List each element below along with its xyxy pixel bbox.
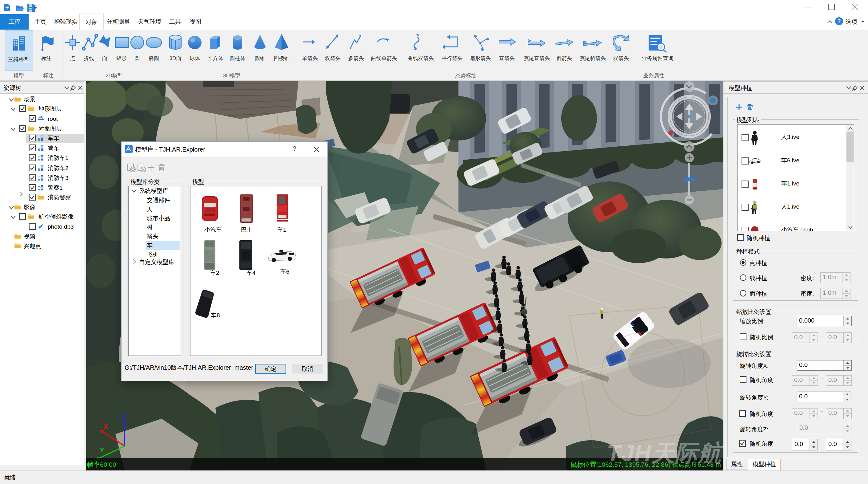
svg-text:?: ? — [838, 18, 841, 24]
svg-text:X: X — [103, 423, 108, 430]
svg-text:Y: Y — [100, 446, 104, 454]
svg-text:帧率60.00: 帧率60.00 — [87, 461, 116, 468]
svg-text:Z: Z — [121, 413, 125, 421]
